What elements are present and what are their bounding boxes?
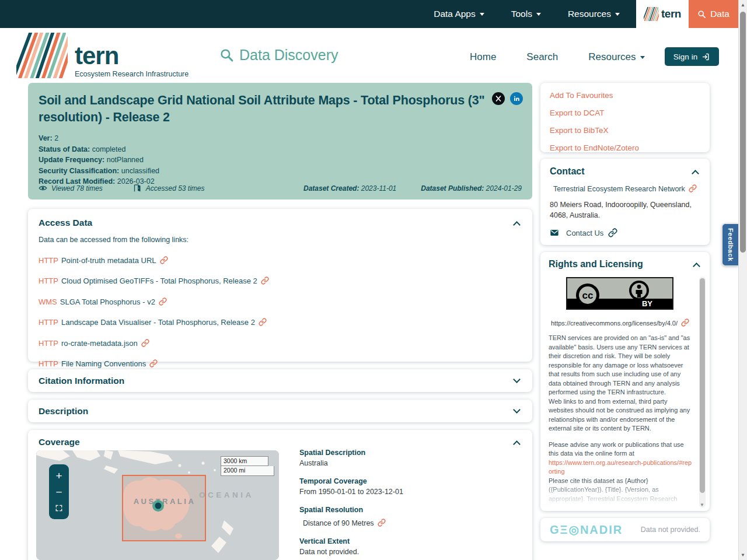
access-link-wms[interactable]: WMSSLGA Total Phosphorus - v2 [39, 298, 522, 306]
scroll-down-arrow-icon[interactable]: ▼ [700, 502, 704, 508]
meta-version: Ver: 2 [39, 133, 522, 144]
chevron-up-icon [513, 221, 521, 229]
scroll-up-arrow-icon[interactable]: ▲ [739, 2, 747, 8]
tern-home-link[interactable]: tern [636, 0, 689, 28]
contact-card: Contact Terrestrial Ecosystem Research N… [540, 159, 710, 245]
export-dcat-link[interactable]: Export to DCAT [550, 104, 700, 121]
zoom-in-button[interactable]: + [55, 471, 62, 481]
spatial-resolution-link[interactable]: Distance of 90 Metres [299, 519, 521, 527]
scroll-down-arrow-icon[interactable]: ▼ [739, 552, 747, 558]
dataset-dates: Dataset Created: 2023-11-01 Dataset Publ… [303, 184, 522, 192]
export-endnote-link[interactable]: Export to EndNote/Zotero [550, 139, 700, 156]
link-icon [160, 256, 168, 264]
rights-scrollbar-thumb[interactable] [700, 278, 705, 493]
map-label-oceania: OCEANIA [199, 491, 254, 499]
link-icon [149, 359, 158, 368]
top-nav-links: Data Apps Tools Resources [434, 9, 620, 19]
access-link-label: SLGA Total Phosphorus - v2 [60, 298, 155, 306]
topnav-tools-label: Tools [511, 9, 532, 19]
meta-security-label: Security Classification: [39, 167, 119, 175]
topnav-tools[interactable]: Tools [511, 9, 541, 19]
rights-licensing-card: Rights and Licensing BY cc https:// [540, 252, 710, 511]
rights-citation-note: Please cite this dataset as {Author} ({P… [549, 477, 692, 504]
rights-header[interactable]: Rights and Licensing [549, 259, 701, 270]
data-portal-button[interactable]: Data [689, 0, 738, 28]
license-url-text: https://creativecommons.org/licenses/by/… [551, 320, 678, 327]
chevron-up-icon [692, 170, 699, 177]
add-to-favourites-link[interactable]: Add To Favourites [550, 86, 700, 104]
meta-security-value: unclassified [121, 167, 159, 175]
chevron-up-icon [513, 440, 521, 448]
rights-scrollbar[interactable]: ▼ [699, 276, 706, 508]
geonadir-logo[interactable]: GΞ◎NADIR [550, 523, 623, 537]
feedback-tab[interactable]: Feedback [722, 223, 738, 266]
sign-in-label: Sign in [673, 52, 697, 61]
topnav-data-apps[interactable]: Data Apps [434, 9, 484, 19]
contact-heading: Contact [550, 166, 585, 177]
meta-version-label: Ver: [39, 134, 53, 142]
citation-card: Citation Information [28, 369, 532, 392]
topnav-resources[interactable]: Resources [568, 9, 620, 19]
share-x-button[interactable] [492, 92, 505, 105]
access-data-card: Access Data Data can be accessed from th… [28, 209, 532, 362]
coverage-map[interactable]: AUSTRALIA OCEANIA + − 3000 km 2000 mi [36, 450, 279, 560]
access-data-header[interactable]: Access Data [39, 218, 522, 228]
page-scrollbar-thumb[interactable] [740, 12, 746, 253]
svg-text:cc: cc [582, 290, 594, 301]
access-link-visualiser[interactable]: HTTPLandscape Data Visualiser - Total Ph… [39, 318, 522, 327]
export-bibtex-link[interactable]: Export to BibTeX [550, 121, 700, 139]
search-icon [697, 10, 706, 19]
sign-in-arrow-icon [701, 52, 710, 61]
topnav-resources-label: Resources [568, 9, 611, 19]
data-portal-label: Data [710, 9, 729, 19]
rights-disclaimer-2: Web links to and from external, third pa… [549, 397, 692, 433]
contact-org-link[interactable]: Terrestrial Ecosystem Research Network [550, 184, 700, 193]
data-discovery-title[interactable]: Data Discovery [219, 47, 338, 64]
link-icon [378, 519, 386, 527]
cc-by-license-badge[interactable]: BY cc [566, 277, 673, 310]
viewed-count: Viewed 78 times [39, 184, 103, 192]
map-marker[interactable] [152, 500, 164, 512]
access-link-label: Point-of-truth metadata URL [61, 256, 156, 265]
chevron-down-icon [480, 13, 484, 16]
nav-home[interactable]: Home [470, 51, 496, 63]
top-navbar: Data Apps Tools Resources [0, 0, 738, 28]
scale-kilometres: 3000 km [221, 456, 268, 466]
citation-header[interactable]: Citation Information [39, 376, 522, 386]
access-link-ro-crate[interactable]: HTTPro-crate-metadata.json [39, 339, 522, 348]
protocol-badge: HTTP [39, 359, 58, 368]
nav-resources[interactable]: Resources [588, 51, 644, 63]
share-linkedin-button[interactable] [510, 92, 523, 105]
contact-header[interactable]: Contact [550, 166, 700, 177]
nav-search[interactable]: Search [526, 51, 558, 63]
report-publications-link[interactable]: https://www.tern.org.au/research-publica… [549, 459, 692, 475]
meta-update-frequency: Update Frequency: notPlanned [39, 155, 522, 166]
tern-logo-link[interactable]: tern Ecosystem Research Infrastructure [16, 33, 189, 78]
access-link-point-of-truth[interactable]: HTTPPoint-of-truth metadata URL [39, 256, 522, 265]
contact-us-link[interactable]: Contact Us [550, 228, 700, 237]
dataset-title: Soil and Landscape Grid National Soil At… [39, 92, 494, 126]
coverage-header[interactable]: Coverage [36, 437, 524, 447]
access-link-file-naming[interactable]: HTTPFile Naming Conventions [39, 359, 522, 368]
chevron-up-icon [693, 262, 700, 270]
meta-update-frequency-value: notPlanned [107, 156, 144, 164]
sign-in-button[interactable]: Sign in [665, 47, 719, 66]
meta-update-frequency-label: Update Frequency: [39, 156, 104, 164]
description-header[interactable]: Description [39, 406, 522, 416]
fullscreen-button[interactable] [55, 504, 63, 512]
dataset-published-label: Dataset Published: [421, 184, 484, 192]
x-icon [495, 95, 502, 102]
zoom-out-button[interactable]: − [55, 488, 62, 497]
accessed-count-text: Accessed 53 times [146, 184, 205, 192]
page-scrollbar[interactable]: ▲ ▼ [738, 0, 747, 560]
protocol-badge: HTTP [39, 339, 58, 348]
topnav-data-apps-label: Data Apps [434, 9, 476, 19]
access-link-geotiffs[interactable]: HTTPCloud Optimised GeoTIFFs - Total Pho… [39, 276, 522, 285]
dataset-published-value: 2024-01-29 [486, 184, 522, 192]
temporal-coverage-label: Temporal Coverage [299, 477, 521, 485]
map-zoom-control: + − [49, 464, 69, 519]
geonadir-status: Data not provided. [641, 526, 700, 534]
meta-version-value: 2 [54, 134, 58, 142]
tern-brand-text: tern [661, 8, 681, 20]
license-url-link[interactable]: https://creativecommons.org/licenses/by/… [551, 318, 701, 327]
